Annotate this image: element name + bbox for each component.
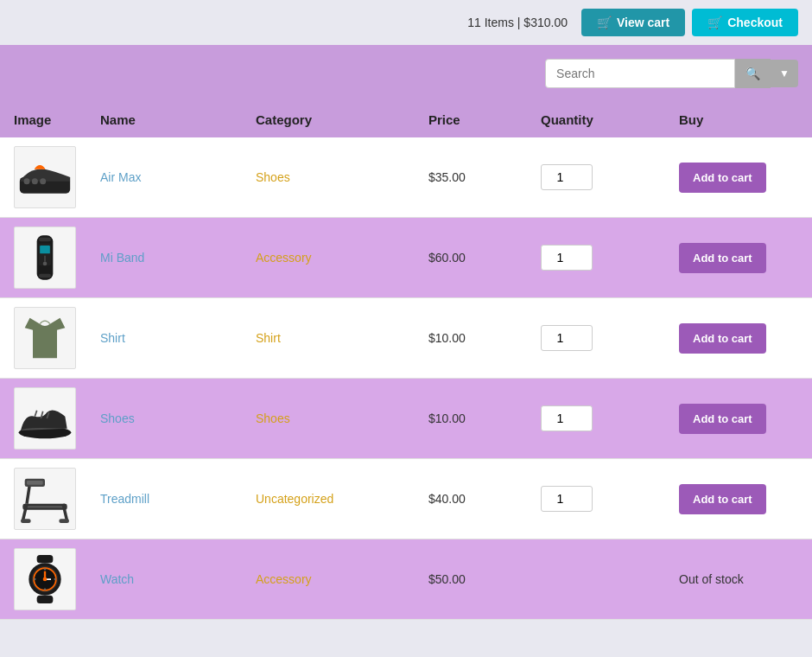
product-category: Accessory <box>256 251 428 265</box>
svg-rect-22 <box>37 596 54 603</box>
product-price: $40.00 <box>428 492 541 506</box>
checkout-label: Checkout <box>727 16 783 29</box>
quantity-cell <box>541 245 679 271</box>
checkout-icon: 🛒 <box>707 16 722 29</box>
col-quantity: Quantity <box>541 112 679 127</box>
search-icon: 🔍 <box>745 67 760 80</box>
svg-rect-13 <box>25 506 66 507</box>
chevron-down-icon: ▼ <box>779 67 790 80</box>
product-price: $10.00 <box>428 411 541 425</box>
product-image <box>14 226 76 289</box>
col-name: Name <box>100 112 256 127</box>
product-name: Shirt <box>100 331 256 345</box>
top-bar: 11 Items | $310.00 🛒 View cart 🛒 Checkou… <box>0 0 812 45</box>
quantity-input[interactable] <box>541 486 593 512</box>
svg-rect-21 <box>37 555 54 563</box>
svg-point-31 <box>34 578 35 580</box>
add-to-cart-button[interactable]: Add to cart <box>679 323 766 354</box>
quantity-cell <box>541 405 679 431</box>
product-list: Air Max Shoes $35.00 Add to cart Mi Band… <box>0 137 812 620</box>
col-image: Image <box>14 112 100 127</box>
svg-point-30 <box>44 589 46 590</box>
table-row: Treadmill Uncategorized $40.00 Add to ca… <box>0 459 812 539</box>
product-name: Mi Band <box>100 251 256 265</box>
product-category: Uncategorized <box>256 492 428 506</box>
product-category: Accessory <box>256 572 428 586</box>
product-name: Treadmill <box>100 492 256 506</box>
quantity-input[interactable] <box>541 164 593 190</box>
quantity-input[interactable] <box>541 325 593 351</box>
cart-summary: 11 Items | $310.00 <box>467 16 568 29</box>
buy-cell: Add to cart <box>679 163 798 193</box>
col-category: Category <box>256 112 428 127</box>
view-cart-button[interactable]: 🛒 View cart <box>581 9 685 36</box>
table-row: Air Max Shoes $35.00 Add to cart <box>0 137 812 218</box>
product-name: Watch <box>100 572 256 586</box>
product-image-cell <box>14 387 100 450</box>
quantity-cell <box>541 164 679 190</box>
add-to-cart-button[interactable]: Add to cart <box>679 484 766 514</box>
cart-icon: 🛒 <box>597 16 612 29</box>
col-price: Price <box>428 112 541 127</box>
product-image <box>14 548 76 610</box>
product-image-cell <box>14 548 100 610</box>
table-header: Image Name Category Price Quantity Buy <box>0 102 812 137</box>
svg-rect-10 <box>39 274 51 278</box>
buy-cell: Add to cart <box>679 484 798 514</box>
table-row: Mi Band Accessory $60.00 Add to cart <box>0 218 812 298</box>
out-of-stock-label: Out of stock <box>679 572 744 586</box>
svg-point-3 <box>40 178 46 184</box>
add-to-cart-button[interactable]: Add to cart <box>679 404 766 434</box>
svg-point-28 <box>43 577 48 582</box>
product-image <box>14 387 76 450</box>
search-dropdown-button[interactable]: ▼ <box>771 60 798 87</box>
product-image <box>14 468 76 530</box>
svg-rect-16 <box>21 519 31 523</box>
svg-point-29 <box>44 568 46 570</box>
quantity-input[interactable] <box>541 245 593 271</box>
search-area: 🔍 ▼ <box>0 45 812 102</box>
product-price: $35.00 <box>428 170 541 184</box>
search-wrapper: 🔍 ▼ <box>545 59 798 88</box>
add-to-cart-button[interactable]: Add to cart <box>679 163 766 193</box>
svg-rect-20 <box>27 481 43 485</box>
checkout-button[interactable]: 🛒 Checkout <box>692 9 798 36</box>
buy-cell: Add to cart <box>679 243 798 273</box>
quantity-cell <box>541 486 679 512</box>
table-row: Shoes Shoes $10.00 Add to cart <box>0 379 812 459</box>
svg-rect-17 <box>59 519 69 523</box>
product-image-cell <box>14 307 100 369</box>
svg-point-1 <box>24 178 30 184</box>
quantity-input[interactable] <box>541 405 593 431</box>
add-to-cart-button[interactable]: Add to cart <box>679 243 766 273</box>
svg-point-32 <box>54 578 56 580</box>
product-image <box>14 307 76 369</box>
search-input[interactable] <box>545 59 735 88</box>
svg-rect-9 <box>39 238 51 242</box>
buy-cell: Add to cart <box>679 404 798 434</box>
quantity-cell <box>541 325 679 351</box>
product-image <box>14 146 76 208</box>
view-cart-label: View cart <box>617 16 669 29</box>
buy-cell: Out of stock <box>679 571 798 587</box>
table-row: Shirt Shirt $10.00 Add to cart <box>0 298 812 379</box>
product-price: $50.00 <box>428 572 541 586</box>
col-buy: Buy <box>679 112 798 127</box>
svg-point-8 <box>43 262 48 266</box>
product-image-cell <box>14 468 100 530</box>
table-row: Watch Accessory $50.00 Out of stock <box>0 539 812 620</box>
product-name: Shoes <box>100 411 256 425</box>
product-image-cell <box>14 146 100 208</box>
product-price: $10.00 <box>428 331 541 345</box>
product-category: Shirt <box>256 331 428 345</box>
product-category: Shoes <box>256 411 428 425</box>
svg-rect-6 <box>40 246 50 253</box>
buy-cell: Add to cart <box>679 323 798 354</box>
search-button[interactable]: 🔍 <box>735 59 771 88</box>
product-price: $60.00 <box>428 251 541 265</box>
svg-point-2 <box>32 178 38 184</box>
product-image-cell <box>14 226 100 289</box>
product-category: Shoes <box>256 170 428 184</box>
product-name: Air Max <box>100 170 256 184</box>
